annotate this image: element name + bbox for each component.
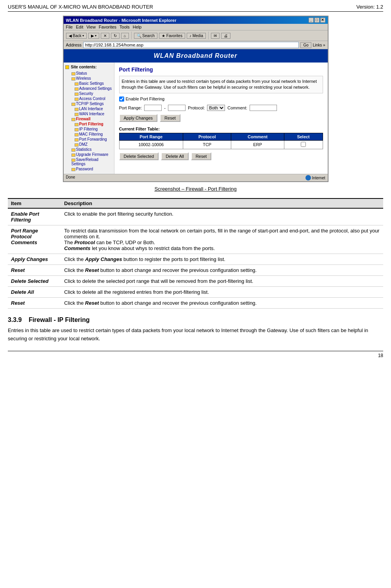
sidebar-item-mac-filtering[interactable]: MAC Filtering — [65, 132, 112, 137]
menu-edit[interactable]: Edit — [76, 25, 83, 29]
browser-menubar: File Edit View Favorites Tools Help — [64, 24, 328, 30]
macf-icon — [75, 133, 79, 136]
cell-comment: ERP — [231, 140, 284, 149]
desc-reset2: Click the Reset button to abort change a… — [61, 298, 383, 309]
col-comment: Comment — [231, 133, 284, 140]
browser-statusbar: Done Internet — [64, 174, 328, 181]
enable-checkbox-row: Enable Port Filtering — [119, 97, 323, 102]
delete-all-button[interactable]: Delete All — [161, 152, 188, 160]
menu-favorites[interactable]: Favorites — [99, 25, 116, 29]
item-reset2: Reset — [8, 298, 61, 309]
apply-changes-button[interactable]: Apply Changes — [119, 114, 158, 122]
tcpip-icon — [71, 103, 75, 106]
cell-protocol: TCP — [183, 140, 231, 149]
stop-button[interactable]: ✕ — [101, 33, 109, 39]
sidebar-item-access-control[interactable]: Access Control — [65, 96, 112, 101]
item-delete-all: Delete All — [8, 287, 61, 298]
save-icon — [71, 159, 75, 162]
sidebar-item-port-filtering[interactable]: Port Filtering — [65, 122, 112, 127]
back-button[interactable]: ◀ Back ▾ — [66, 33, 87, 39]
links-button[interactable]: Links » — [313, 43, 325, 47]
bottom-btn-row: Delete Selected Delete All Reset — [119, 152, 323, 160]
media-button[interactable]: ♪ Media — [187, 33, 206, 39]
forward-button[interactable]: ▶ ▾ — [88, 33, 99, 39]
doc-title: USER'S MANUAL OF X-MICRO WLAN BROADBAND … — [8, 4, 153, 10]
sidebar-item-dmz[interactable]: DMZ — [65, 142, 112, 147]
sidebar-item-wireless[interactable]: Wireless — [65, 76, 112, 81]
favorites-button[interactable]: ★ Favorites — [159, 33, 185, 39]
fw-icon — [71, 118, 75, 121]
comment-input[interactable] — [250, 105, 277, 111]
upg-icon — [71, 154, 75, 157]
sidebar-item-lan[interactable]: LAN Interface — [65, 106, 112, 111]
menu-file[interactable]: File — [66, 25, 73, 29]
pfw-icon — [75, 138, 79, 141]
port-range-start[interactable] — [144, 105, 162, 111]
item-enable: Enable Port Filtering — [8, 208, 61, 225]
status-left: Done — [66, 175, 75, 181]
port-range-end[interactable] — [168, 105, 186, 111]
cell-port-range: 10002-10006 — [119, 140, 183, 149]
col-protocol: Protocol — [183, 133, 231, 140]
row-select-checkbox[interactable] — [301, 142, 306, 147]
desc-row-port-range: Port Range Protocol Comments To restrict… — [8, 225, 383, 254]
sidebar-item-upgrade[interactable]: Upgrade Firmware — [65, 152, 112, 157]
sidebar-item-statistics[interactable]: Statistics — [65, 147, 112, 152]
sidebar-item-password[interactable]: Password — [65, 166, 112, 172]
print-button[interactable]: 🖨 — [221, 33, 230, 39]
page-number: 18 — [378, 353, 383, 358]
status-icon — [71, 72, 75, 75]
address-input[interactable] — [83, 42, 299, 48]
titlebar-buttons: _ □ ✕ — [309, 18, 325, 23]
status-internet: Internet — [305, 175, 325, 181]
doc-version: Version: 1.2 — [356, 4, 383, 10]
sidebar-item-ip-filtering[interactable]: IP Filtering — [65, 127, 112, 132]
refresh-button[interactable]: ↻ — [111, 33, 120, 39]
sidebar-item-tcpip[interactable]: TCP/IP Settings — [65, 101, 112, 106]
main-panel: Port Filtering Entries in this table are… — [114, 63, 328, 174]
close-button[interactable]: ✕ — [320, 18, 325, 23]
menu-help[interactable]: Help — [133, 25, 142, 29]
adv-icon — [75, 88, 79, 91]
home-button[interactable]: ⌂ — [121, 33, 129, 39]
desc-row-reset2: Reset Click the Reset button to abort ch… — [8, 298, 383, 309]
separator2 — [208, 32, 209, 39]
col-select: Select — [284, 133, 323, 140]
sidebar-item-security[interactable]: Security — [65, 91, 112, 96]
go-button[interactable]: Go — [300, 42, 311, 48]
search-button[interactable]: 🔍 Search — [134, 33, 157, 39]
sidebar: Site contents: Status Wireless Basic Set… — [64, 63, 114, 174]
minimize-button[interactable]: _ — [309, 18, 314, 23]
router-content: Site contents: Status Wireless Basic Set… — [64, 63, 328, 174]
enable-port-filtering-checkbox[interactable] — [119, 97, 124, 102]
menu-tools[interactable]: Tools — [120, 25, 130, 29]
apply-reset-row: Apply Changes Reset — [119, 114, 323, 122]
maximize-button[interactable]: □ — [314, 18, 320, 23]
desc-row-reset1: Reset Click the Reset button to abort ch… — [8, 265, 383, 276]
item-port-range: Port Range Protocol Comments — [8, 225, 61, 254]
mail-button[interactable]: ✉ — [211, 33, 220, 39]
sidebar-item-save-reload[interactable]: Save/Reload Settings — [65, 157, 112, 166]
menu-view[interactable]: View — [86, 25, 96, 29]
desc-reset1: Click the Reset button to abort change a… — [61, 265, 383, 276]
table-row: 10002-10006 TCP ERP — [119, 140, 323, 149]
reset-button-top[interactable]: Reset — [160, 114, 180, 122]
section-body: Entries in this table are used to restri… — [8, 327, 383, 343]
sidebar-item-port-forwarding[interactable]: Port Forwarding — [65, 137, 112, 142]
desc-row-delete-selected: Delete Selected Click to delete the sele… — [8, 276, 383, 287]
cell-select[interactable] — [284, 140, 323, 149]
address-label: Address — [66, 43, 82, 47]
filter-table: Port Range Protocol Comment Select 10002… — [119, 133, 323, 149]
desc-row-enable: Enable Port Filtering Click to enable th… — [8, 208, 383, 225]
desc-delete-selected: Click to delete the selected port range … — [61, 276, 383, 287]
sidebar-item-wan[interactable]: WAN Interface — [65, 111, 112, 116]
desc-delete-all: Click to delete all the registered entri… — [61, 287, 383, 298]
sidebar-item-status[interactable]: Status — [65, 71, 112, 76]
reset-button-bottom[interactable]: Reset — [191, 152, 212, 160]
delete-selected-button[interactable]: Delete Selected — [119, 152, 159, 160]
protocol-select[interactable]: Both TCP UDP — [207, 105, 225, 111]
sidebar-item-advanced-settings[interactable]: Advanced Settings — [65, 86, 112, 91]
item-apply: Apply Changes — [8, 254, 61, 265]
sidebar-item-firewall[interactable]: Firewall — [65, 116, 112, 122]
sidebar-item-basic-settings[interactable]: Basic Settings — [65, 81, 112, 86]
